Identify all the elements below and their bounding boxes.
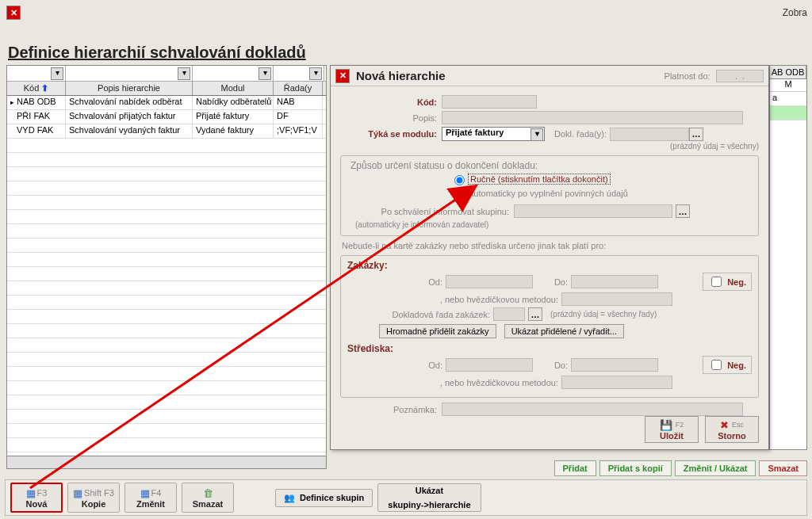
dialog-title: Nová hierarchie — [356, 69, 446, 82]
zakazky-title: Zakázky: — [347, 260, 752, 271]
right-panel-actions: Přidat Přidat s kopií Změnit / Ukázat Sm… — [554, 460, 807, 476]
pridat-button[interactable]: Přidat — [554, 460, 596, 476]
hierarchy-grid[interactable]: Kód ⬆ Popis hierarchie Modul Řada(y ▸NAB… — [6, 65, 327, 469]
status-auto-label: Automaticky po vyplnění povinných údajů — [468, 189, 628, 198]
dokl-rada-zak-label: Dokladová řada zakázek: — [371, 310, 490, 319]
kod-label: Kód: — [340, 97, 442, 107]
dokl-rada-zak-input[interactable] — [493, 307, 525, 321]
col-ab-odb[interactable]: AB ODB — [770, 66, 806, 78]
strediska-title: Střediska: — [347, 343, 752, 354]
str-od-label: Od: — [419, 361, 442, 370]
menu-label: Zobra — [783, 7, 807, 18]
nebude-li-note: Nebude-li na kartě zakázky nebo středisk… — [342, 241, 759, 250]
grid-empty-area — [7, 139, 326, 456]
inform-input[interactable] — [514, 204, 672, 218]
str-do-input[interactable] — [571, 358, 658, 372]
str-hvezd-input[interactable] — [561, 376, 672, 389]
zak-neg-checkbox[interactable]: Neg. — [703, 273, 752, 291]
sort-asc-icon: ⬆ — [41, 83, 48, 93]
new-icon: ▦ — [26, 487, 36, 499]
pridat-s-kopii-button[interactable]: Přidat s kopií — [599, 460, 672, 476]
table-row[interactable]: ▸NAB ODB Schvalování nabídek odběrat Nab… — [7, 96, 326, 110]
definice-skupin-button[interactable]: 👥 Definice skupin — [275, 489, 373, 507]
save-button[interactable]: 💾F2 Uložit — [645, 416, 699, 443]
storno-button[interactable]: ✖Esc Storno — [705, 416, 759, 443]
smazat-toolbar-button[interactable]: 🗑 Smazat — [182, 483, 234, 513]
status-manual-radio[interactable] — [454, 175, 465, 185]
poznamka-label: Poznámka: — [340, 405, 442, 414]
popis-input[interactable] — [442, 111, 743, 124]
right-grid[interactable]: AB ODB M a — [769, 65, 807, 450]
trash-icon: 🗑 — [203, 487, 213, 499]
cancel-icon: ✖ — [720, 419, 729, 431]
inform-label: Po schválení informovat skupinu: — [347, 207, 514, 216]
inform-lookup-button[interactable]: … — [676, 204, 690, 218]
close-icon[interactable]: ✕ — [6, 6, 21, 20]
str-hvezd-label: , nebo hvězdičkovou metodou: — [419, 378, 558, 387]
zmenit-ukazat-button[interactable]: Změnit / Ukázat — [675, 460, 756, 476]
zak-od-label: Od: — [419, 277, 442, 287]
dokl-rada-zak-lookup[interactable]: … — [528, 307, 542, 321]
filter-modul[interactable] — [193, 66, 274, 81]
status-manual-label: Ručně (stisknutím tlačítka dokončit) — [468, 174, 611, 185]
smazat-button[interactable]: Smazat — [759, 460, 807, 476]
col-modul[interactable]: Modul — [193, 82, 274, 95]
hromadne-pridelit-button[interactable]: Hromadně přidělit zakázky — [379, 324, 496, 338]
h-scrollbar[interactable] — [7, 456, 326, 468]
rady-note: (prázdný údaj = všechny) — [670, 142, 759, 151]
rady-lookup-button[interactable]: … — [689, 128, 703, 141]
table-row[interactable]: PŘI FAK Schvalování přijatých faktur Při… — [7, 110, 326, 124]
platnost-do-label: Platnost do: — [665, 70, 764, 82]
col-m[interactable]: M — [770, 79, 806, 92]
popis-label: Popis: — [340, 113, 442, 123]
page-title: Definice hierarchií schvalování dokladů — [8, 44, 306, 62]
cell-highlighted — [770, 106, 806, 120]
platnost-do-input[interactable] — [716, 70, 764, 82]
bottom-toolbar: ▦F3 Nová ▦Shift F3 Kopie ▦F4 Změnit 🗑 Sm… — [5, 479, 807, 516]
zak-do-label: Do: — [536, 277, 568, 287]
save-icon: 💾 — [660, 419, 672, 431]
people-icon: 👥 — [284, 493, 295, 503]
zak-od-input[interactable] — [446, 275, 533, 288]
ukazat-skupiny-button[interactable]: Ukázat skupiny->hierarchie — [377, 483, 481, 512]
zak-hvezd-label: , nebo hvězdičkovou metodou: — [419, 295, 558, 304]
dialog-close-icon[interactable]: ✕ — [335, 69, 350, 83]
filter-rada[interactable] — [274, 66, 324, 81]
str-do-label: Do: — [536, 361, 568, 370]
edit-icon: ▦ — [140, 487, 150, 499]
table-row[interactable]: VYD FAK Schvalování vydaných faktur Vyda… — [7, 124, 326, 139]
row-marker-icon: ▸ — [10, 98, 17, 106]
nova-button[interactable]: ▦F3 Nová — [10, 483, 63, 513]
status-auto-radio[interactable] — [454, 189, 465, 200]
col-popis[interactable]: Popis hierarchie — [66, 82, 193, 95]
dokl-rada-zak-note: (prázdný údaj = všechny řady) — [550, 310, 657, 319]
poznamka-input[interactable] — [442, 403, 743, 416]
rady-label: Dokl. řada(y): — [554, 129, 607, 139]
kopie-button[interactable]: ▦Shift F3 Kopie — [67, 483, 120, 513]
new-hierarchy-dialog: ✕ Nová hierarchie Platnost do: Kód: Popi… — [330, 65, 769, 450]
col-rada[interactable]: Řada(y — [274, 82, 323, 95]
modul-select[interactable]: Přijaté faktury — [442, 127, 545, 141]
rady-input[interactable] — [610, 128, 689, 141]
modul-label: Týká se modulu: — [340, 129, 442, 139]
col-kod[interactable]: Kód ⬆ — [7, 82, 66, 95]
zak-hvezd-input[interactable] — [561, 292, 672, 306]
copy-icon: ▦ — [73, 487, 82, 499]
inform-note: (automaticky je informován zadavatel) — [355, 220, 752, 229]
kod-input[interactable] — [442, 95, 537, 109]
cell: a — [770, 92, 806, 106]
zak-do-input[interactable] — [571, 275, 658, 288]
zmenit-button[interactable]: ▦F4 Změnit — [124, 483, 177, 513]
status-legend: Způsob určení statusu o dokončení doklad… — [347, 160, 541, 171]
str-od-input[interactable] — [446, 358, 533, 372]
str-neg-checkbox[interactable]: Neg. — [703, 356, 752, 374]
filter-kod[interactable] — [7, 66, 66, 81]
filter-popis[interactable] — [66, 66, 193, 81]
ukazat-pridelene-button[interactable]: Ukázat přidělené / vyřadit... — [504, 324, 624, 338]
